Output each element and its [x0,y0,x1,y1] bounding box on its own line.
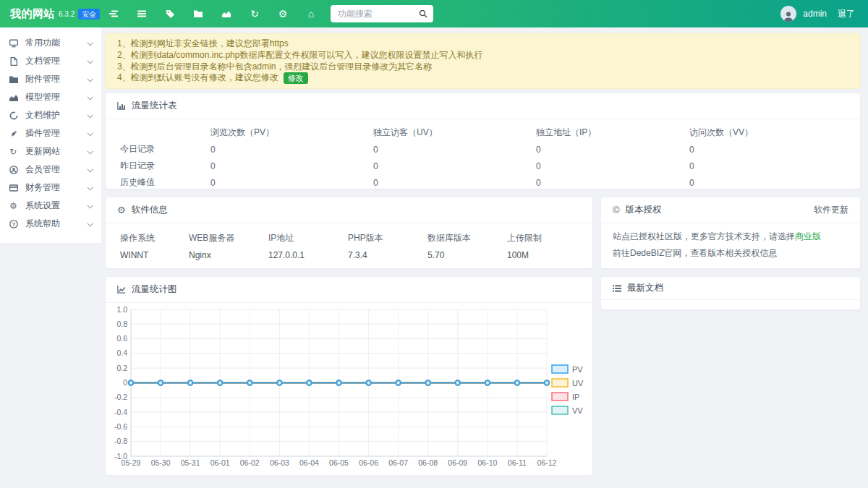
sidebar-item-help[interactable]: ?系统帮助 [0,215,101,233]
svg-text:06-03: 06-03 [270,458,289,467]
chart-area-icon [9,93,20,102]
home-icon[interactable]: ⌂ [306,9,316,19]
sidebar-item-maintenance[interactable]: 文档维护 [0,106,101,124]
sidebar-item-label: 会员管理 [25,163,88,176]
sidebar-item-common[interactable]: 常用功能 [0,34,101,52]
row-value: 0 [536,145,689,155]
sidebar-item-finance[interactable]: 财务管理 [0,179,101,197]
gear-icon[interactable]: ⚙ [278,9,288,19]
field-value: Nginx [189,250,268,260]
panel-title: 软件信息 [132,204,168,216]
panel-title: 最新文档 [627,282,663,294]
row-value: 0 [689,161,846,171]
search-box[interactable] [331,5,433,22]
traffic-stats-panel: 流量统计表 浏览次数（PV）独立访客（UV）独立地址（IP）访问次数（VV）今日… [105,93,861,189]
row-value: 0 [373,178,536,188]
search-icon[interactable] [419,9,427,18]
top-header: 我的网站 6.3.2 安全 ↻⚙⌂ admin 退了 [0,0,868,27]
row-value: 0 [536,178,689,188]
row-value: 0 [373,145,536,155]
sidebar-item-label: 附件管理 [25,73,88,85]
svg-text:-0.8: -0.8 [114,437,127,445]
chevron-down-icon [87,76,93,82]
modify-button[interactable]: 修改 [284,72,308,84]
sidebar-item-label: 更新网站 [25,145,88,158]
stream-icon[interactable] [109,9,119,19]
logout-link[interactable]: 退了 [838,8,855,20]
sidebar-item-settings[interactable]: ⚙系统设置 [0,197,101,215]
plug-icon [9,129,20,138]
traffic-chart: 05-2905-3005-3106-0106-0206-0306-0406-05… [111,303,590,474]
svg-text:0.2: 0.2 [116,364,127,372]
row-value: 0 [536,161,689,171]
main-content: 1、检测到网址非安全链接，建议您部署https2、检测到data/common.… [105,27,861,488]
row-label: 历史峰值 [120,176,210,189]
sidebar-item-documents[interactable]: 文档管理 [0,52,101,70]
sidebar-item-plugins[interactable]: 插件管理 [0,124,101,142]
commercial-edition-link[interactable]: 商业版 [795,231,821,241]
license-line-1: 站点已授权社区版，更多官方技术支持，请选择商业版 [613,228,848,245]
row-label: 今日记录 [120,143,210,155]
field-value: WINNT [120,250,189,260]
tag-icon[interactable] [165,9,175,19]
sync-icon[interactable]: ↻ [250,9,260,19]
sidebar-item-label: 财务管理 [25,181,88,194]
sidebar-item-label: 系统帮助 [25,218,88,230]
question-icon: ? [9,220,20,228]
folder-icon[interactable] [193,9,203,19]
field-value: 100M [507,250,578,260]
alert-line: 4、检测到默认账号没有修改，建议您修改修改 [117,72,848,84]
row-value: 0 [689,145,846,155]
traffic-chart-panel: 流量统计图 05-2905-3005-3106-0106-0206-0306-0… [105,276,593,476]
svg-text:?: ? [12,221,16,227]
site-logo[interactable]: 我的网站 6.3.2 安全 [0,7,107,21]
field-label: 操作系统 [120,232,189,244]
sidebar-item-label: 文档管理 [25,55,88,67]
chevron-down-icon [87,184,93,190]
svg-text:-0.2: -0.2 [114,393,127,401]
chart-area-icon[interactable] [221,9,231,19]
svg-text:06-04: 06-04 [299,458,319,467]
username[interactable]: admin [803,9,827,19]
list-icon [613,284,621,293]
table-row: 今日记录0000 [106,141,860,158]
field-label: PHP版本 [348,232,427,244]
svg-text:-0.4: -0.4 [114,408,127,416]
svg-text:0.8: 0.8 [116,320,127,328]
column-header: 浏览次数（PV） [210,127,373,139]
bars-icon[interactable] [137,9,147,19]
row-label: 昨日记录 [120,160,210,172]
software-labels-row: 操作系统WEB服务器IP地址PHP版本数据库版本上传限制 [106,231,592,246]
column-header: 独立访客（UV） [373,127,536,139]
panel-title: 流量统计表 [132,100,177,112]
folder-icon [9,75,20,84]
line-chart-icon [117,286,126,294]
sidebar-item-label: 文档维护 [25,109,88,121]
user-photo-icon [783,10,794,22]
sidebar-item-label: 插件管理 [25,127,88,140]
cogs-icon: ⚙ [117,205,126,215]
svg-text:0: 0 [123,378,127,387]
sidebar: 常用功能文档管理附件管理模型管理文档维护插件管理↻更新网站会员管理财务管理⚙系统… [0,27,101,243]
safe-badge[interactable]: 安全 [78,9,100,20]
sidebar-item-attachments[interactable]: 附件管理 [0,70,101,88]
svg-text:06-08: 06-08 [418,458,438,467]
alert-line: 3、检测到后台管理目录名称中包含admin，强烈建议后台管理目录修改为其它名称 [117,61,848,73]
search-input[interactable] [336,8,416,20]
chevron-down-icon [87,112,93,118]
alert-line: 2、检测到data/common.inc.php数据库配置文件权限可以写入，建议… [117,50,848,61]
field-label: IP地址 [268,232,348,244]
avatar[interactable] [780,6,796,22]
sidebar-item-models[interactable]: 模型管理 [0,88,101,106]
svg-text:0.4: 0.4 [116,348,127,357]
svg-text:UV: UV [572,379,584,388]
software-update-link[interactable]: 软件更新 [814,204,848,216]
chevron-down-icon [87,202,93,208]
chevron-down-icon [87,58,93,64]
sidebar-item-members[interactable]: 会员管理 [0,160,101,179]
table-row: 昨日记录0000 [106,158,860,174]
sidebar-item-update-site[interactable]: ↻更新网站 [0,142,101,160]
panel-title: 流量统计图 [132,283,177,296]
version-label: 6.3.2 [59,10,75,18]
traffic-table-header: 浏览次数（PV）独立访客（UV）独立地址（IP）访问次数（VV） [106,124,860,141]
